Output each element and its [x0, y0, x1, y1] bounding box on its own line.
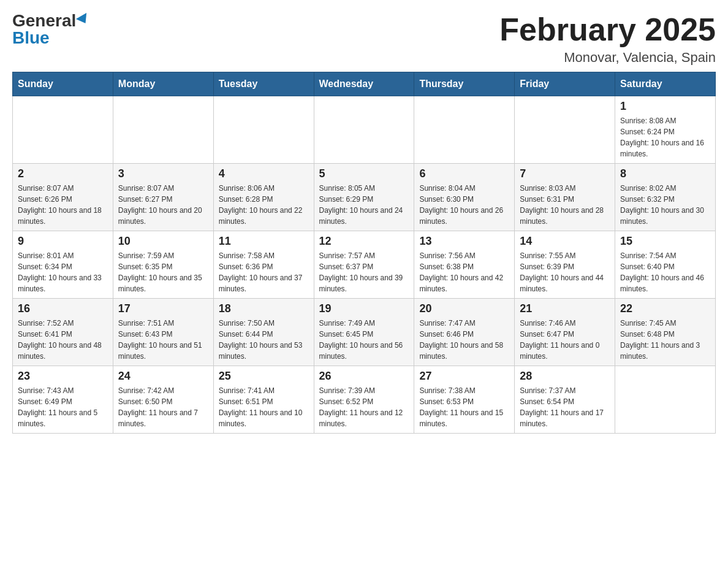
day-info: Sunrise: 7:50 AM Sunset: 6:44 PM Dayligh… [219, 318, 309, 362]
calendar-cell: 23Sunrise: 7:43 AM Sunset: 6:49 PM Dayli… [13, 366, 113, 434]
calendar-cell: 11Sunrise: 7:58 AM Sunset: 6:36 PM Dayli… [213, 231, 314, 299]
calendar-cell [515, 96, 615, 164]
logo-general-text: General [12, 12, 76, 29]
day-info: Sunrise: 8:07 AM Sunset: 6:27 PM Dayligh… [118, 183, 208, 227]
day-number: 23 [18, 370, 108, 383]
week-row-3: 9Sunrise: 8:01 AM Sunset: 6:34 PM Daylig… [13, 231, 716, 299]
calendar-cell: 24Sunrise: 7:42 AM Sunset: 6:50 PM Dayli… [113, 366, 213, 434]
day-number: 13 [419, 235, 509, 248]
calendar-cell: 6Sunrise: 8:04 AM Sunset: 6:30 PM Daylig… [414, 164, 515, 231]
day-info: Sunrise: 7:59 AM Sunset: 6:35 PM Dayligh… [118, 250, 208, 294]
day-header-saturday: Saturday [615, 72, 716, 96]
day-number: 1 [620, 100, 710, 113]
calendar-cell: 4Sunrise: 8:06 AM Sunset: 6:28 PM Daylig… [213, 164, 314, 231]
calendar-cell: 13Sunrise: 7:56 AM Sunset: 6:38 PM Dayli… [414, 231, 515, 299]
calendar-cell: 3Sunrise: 8:07 AM Sunset: 6:27 PM Daylig… [113, 164, 213, 231]
calendar-cell: 18Sunrise: 7:50 AM Sunset: 6:44 PM Dayli… [213, 299, 314, 366]
day-info: Sunrise: 8:01 AM Sunset: 6:34 PM Dayligh… [18, 250, 108, 294]
calendar-cell [13, 96, 113, 164]
calendar-cell [113, 96, 213, 164]
calendar-cell: 7Sunrise: 8:03 AM Sunset: 6:31 PM Daylig… [515, 164, 615, 231]
day-number: 21 [520, 302, 610, 315]
calendar-cell [314, 96, 414, 164]
day-info: Sunrise: 8:08 AM Sunset: 6:24 PM Dayligh… [620, 115, 710, 159]
calendar-cell: 25Sunrise: 7:41 AM Sunset: 6:51 PM Dayli… [213, 366, 314, 434]
day-header-monday: Monday [113, 72, 213, 96]
day-header-friday: Friday [515, 72, 615, 96]
day-info: Sunrise: 7:47 AM Sunset: 6:46 PM Dayligh… [419, 318, 509, 362]
calendar-cell: 1Sunrise: 8:08 AM Sunset: 6:24 PM Daylig… [615, 96, 716, 164]
calendar-cell: 8Sunrise: 8:02 AM Sunset: 6:32 PM Daylig… [615, 164, 716, 231]
day-number: 11 [219, 235, 309, 248]
title-block: February 2025 Monovar, Valencia, Spain [499, 12, 716, 66]
location: Monovar, Valencia, Spain [499, 50, 716, 66]
day-info: Sunrise: 7:52 AM Sunset: 6:41 PM Dayligh… [18, 318, 108, 362]
day-number: 8 [620, 167, 710, 180]
header-row: SundayMondayTuesdayWednesdayThursdayFrid… [13, 72, 716, 96]
calendar-cell [213, 96, 314, 164]
day-info: Sunrise: 7:45 AM Sunset: 6:48 PM Dayligh… [620, 318, 710, 362]
day-number: 14 [520, 235, 610, 248]
day-info: Sunrise: 7:58 AM Sunset: 6:36 PM Dayligh… [219, 250, 309, 294]
day-number: 5 [319, 167, 409, 180]
week-row-4: 16Sunrise: 7:52 AM Sunset: 6:41 PM Dayli… [13, 299, 716, 366]
day-info: Sunrise: 7:43 AM Sunset: 6:49 PM Dayligh… [18, 385, 108, 429]
day-info: Sunrise: 8:04 AM Sunset: 6:30 PM Dayligh… [419, 183, 509, 227]
day-number: 10 [118, 235, 208, 248]
day-number: 25 [219, 370, 309, 383]
day-header-wednesday: Wednesday [314, 72, 414, 96]
logo-triangle-icon [76, 13, 91, 26]
day-info: Sunrise: 7:57 AM Sunset: 6:37 PM Dayligh… [319, 250, 409, 294]
calendar-cell: 15Sunrise: 7:54 AM Sunset: 6:40 PM Dayli… [615, 231, 716, 299]
day-number: 9 [18, 235, 108, 248]
calendar-cell [414, 96, 515, 164]
calendar-cell: 19Sunrise: 7:49 AM Sunset: 6:45 PM Dayli… [314, 299, 414, 366]
day-info: Sunrise: 8:05 AM Sunset: 6:29 PM Dayligh… [319, 183, 409, 227]
calendar-table: SundayMondayTuesdayWednesdayThursdayFrid… [12, 72, 716, 434]
day-info: Sunrise: 7:42 AM Sunset: 6:50 PM Dayligh… [118, 385, 208, 429]
day-info: Sunrise: 7:46 AM Sunset: 6:47 PM Dayligh… [520, 318, 610, 362]
day-header-sunday: Sunday [13, 72, 113, 96]
day-number: 7 [520, 167, 610, 180]
week-row-1: 1Sunrise: 8:08 AM Sunset: 6:24 PM Daylig… [13, 96, 716, 164]
calendar-cell: 17Sunrise: 7:51 AM Sunset: 6:43 PM Dayli… [113, 299, 213, 366]
day-number: 16 [18, 302, 108, 315]
day-number: 19 [319, 302, 409, 315]
page-header: General Blue February 2025 Monovar, Vale… [12, 12, 716, 66]
day-header-tuesday: Tuesday [213, 72, 314, 96]
calendar-cell: 14Sunrise: 7:55 AM Sunset: 6:39 PM Dayli… [515, 231, 615, 299]
calendar-cell: 22Sunrise: 7:45 AM Sunset: 6:48 PM Dayli… [615, 299, 716, 366]
calendar-cell: 27Sunrise: 7:38 AM Sunset: 6:53 PM Dayli… [414, 366, 515, 434]
day-info: Sunrise: 7:38 AM Sunset: 6:53 PM Dayligh… [419, 385, 509, 429]
day-info: Sunrise: 8:07 AM Sunset: 6:26 PM Dayligh… [18, 183, 108, 227]
day-header-thursday: Thursday [414, 72, 515, 96]
calendar-cell [615, 366, 716, 434]
calendar-cell: 21Sunrise: 7:46 AM Sunset: 6:47 PM Dayli… [515, 299, 615, 366]
day-number: 4 [219, 167, 309, 180]
week-row-5: 23Sunrise: 7:43 AM Sunset: 6:49 PM Dayli… [13, 366, 716, 434]
day-info: Sunrise: 7:55 AM Sunset: 6:39 PM Dayligh… [520, 250, 610, 294]
day-number: 20 [419, 302, 509, 315]
day-number: 15 [620, 235, 710, 248]
calendar-cell: 28Sunrise: 7:37 AM Sunset: 6:54 PM Dayli… [515, 366, 615, 434]
day-info: Sunrise: 7:37 AM Sunset: 6:54 PM Dayligh… [520, 385, 610, 429]
day-number: 26 [319, 370, 409, 383]
day-info: Sunrise: 7:56 AM Sunset: 6:38 PM Dayligh… [419, 250, 509, 294]
day-number: 3 [118, 167, 208, 180]
logo-blue-text: Blue [12, 29, 50, 47]
day-info: Sunrise: 7:49 AM Sunset: 6:45 PM Dayligh… [319, 318, 409, 362]
calendar-cell: 2Sunrise: 8:07 AM Sunset: 6:26 PM Daylig… [13, 164, 113, 231]
calendar-cell: 10Sunrise: 7:59 AM Sunset: 6:35 PM Dayli… [113, 231, 213, 299]
day-info: Sunrise: 8:02 AM Sunset: 6:32 PM Dayligh… [620, 183, 710, 227]
calendar-cell: 20Sunrise: 7:47 AM Sunset: 6:46 PM Dayli… [414, 299, 515, 366]
calendar-cell: 12Sunrise: 7:57 AM Sunset: 6:37 PM Dayli… [314, 231, 414, 299]
month-title: February 2025 [499, 12, 716, 47]
calendar-cell: 16Sunrise: 7:52 AM Sunset: 6:41 PM Dayli… [13, 299, 113, 366]
logo: General Blue [12, 12, 89, 47]
day-number: 22 [620, 302, 710, 315]
day-number: 17 [118, 302, 208, 315]
day-number: 28 [520, 370, 610, 383]
day-info: Sunrise: 7:51 AM Sunset: 6:43 PM Dayligh… [118, 318, 208, 362]
day-info: Sunrise: 8:03 AM Sunset: 6:31 PM Dayligh… [520, 183, 610, 227]
calendar-cell: 26Sunrise: 7:39 AM Sunset: 6:52 PM Dayli… [314, 366, 414, 434]
